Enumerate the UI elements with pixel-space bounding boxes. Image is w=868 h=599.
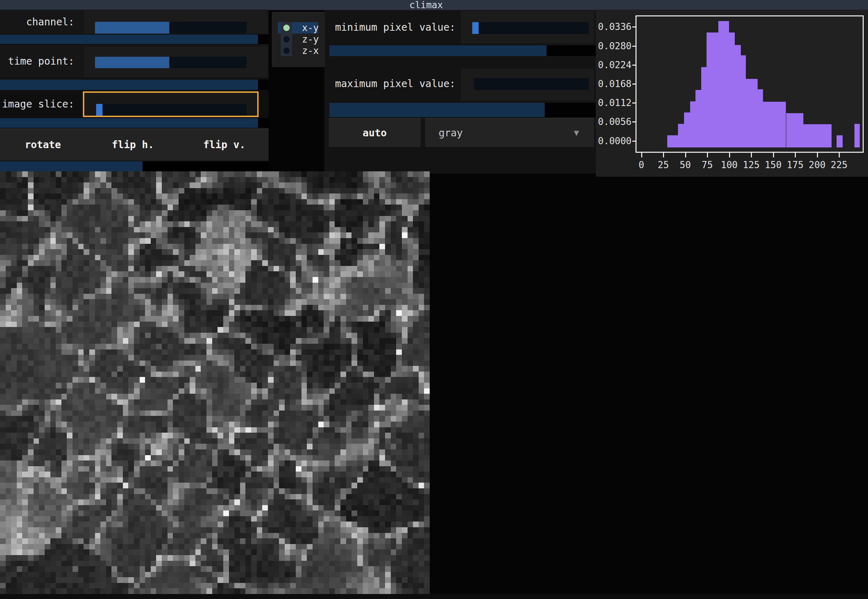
view-option-zx[interactable]: z-x bbox=[272, 45, 325, 56]
y-tick bbox=[632, 121, 636, 122]
y-tick-label: 0.0000 bbox=[596, 135, 631, 146]
colormap-value: gray bbox=[439, 119, 463, 147]
bottom-strip bbox=[0, 594, 868, 599]
image-slice-scroll-strip[interactable] bbox=[0, 118, 258, 128]
transform-buttons-row: rotate flip h. flip v. bbox=[0, 128, 269, 161]
y-tick bbox=[632, 26, 636, 27]
radio-unselected-icon[interactable] bbox=[283, 36, 290, 42]
view-option-xy-label: x-y bbox=[301, 22, 320, 33]
flip-vertical-button[interactable]: flip v. bbox=[196, 129, 253, 161]
time-point-row: time point: bbox=[0, 45, 269, 78]
title-bar: climax bbox=[0, 0, 868, 10]
colormap-dropdown[interactable]: gray ▼ bbox=[425, 118, 594, 147]
y-tick-label: 0.0168 bbox=[596, 78, 631, 89]
app-window: climax channel: time point: image slice: bbox=[0, 0, 868, 599]
bottom-scroll-strip[interactable] bbox=[0, 161, 142, 172]
channel-slider-fill bbox=[95, 22, 169, 33]
max-pixel-scroll-end bbox=[545, 103, 596, 117]
view-selector: x-y z-y z-x bbox=[272, 12, 325, 67]
view-option-xy[interactable]: x-y bbox=[272, 22, 325, 33]
histogram-bar bbox=[758, 89, 763, 147]
view-option-zy[interactable]: z-y bbox=[272, 33, 325, 45]
time-point-scroll-end bbox=[258, 80, 269, 90]
radio-unselected-icon[interactable] bbox=[283, 48, 290, 54]
histogram-bar bbox=[684, 113, 690, 147]
histogram-bar bbox=[690, 101, 696, 147]
window-title: climax bbox=[409, 0, 443, 10]
rotate-button[interactable]: rotate bbox=[14, 129, 71, 161]
x-tick bbox=[685, 153, 686, 157]
histogram-panel: 02550751001251501752002250.00000.00560.0… bbox=[596, 10, 868, 177]
microscopy-image[interactable] bbox=[0, 172, 430, 594]
histogram-bar bbox=[729, 33, 735, 147]
channel-label: channel: bbox=[0, 10, 78, 34]
histogram-bar bbox=[735, 45, 741, 147]
y-tick-label: 0.0224 bbox=[596, 60, 631, 70]
max-pixel-value-label: maximum pixel value: bbox=[335, 77, 456, 91]
x-tick bbox=[729, 153, 730, 157]
histogram-bar bbox=[746, 79, 758, 147]
image-slice-scroll-end bbox=[258, 118, 269, 128]
image-slice-focus-box bbox=[83, 91, 259, 117]
channel-row: channel: bbox=[0, 10, 269, 34]
channel-slider[interactable] bbox=[95, 22, 246, 33]
x-tick-label: 225 bbox=[825, 160, 853, 170]
histogram-bar bbox=[667, 135, 678, 147]
y-tick-label: 0.0112 bbox=[596, 98, 631, 108]
histogram-frame bbox=[636, 15, 864, 153]
y-tick-label: 0.0336 bbox=[596, 21, 631, 32]
histogram-bar bbox=[763, 102, 786, 147]
time-point-scroll-strip[interactable] bbox=[0, 80, 258, 90]
y-tick-label: 0.0280 bbox=[596, 41, 631, 51]
chevron-down-icon[interactable]: ▼ bbox=[574, 119, 579, 147]
histogram-bar bbox=[786, 113, 803, 147]
y-tick bbox=[632, 141, 636, 142]
image-slice-slider[interactable] bbox=[96, 104, 246, 116]
y-tick bbox=[632, 84, 636, 84]
y-tick bbox=[632, 102, 636, 104]
y-tick bbox=[632, 46, 636, 47]
x-tick bbox=[707, 153, 708, 157]
bottom-scroll-rest bbox=[142, 161, 269, 172]
view-option-zy-label: z-y bbox=[301, 33, 320, 45]
channel-scroll-end bbox=[258, 35, 269, 44]
min-pixel-scroll-strip[interactable] bbox=[329, 45, 546, 56]
auto-button[interactable]: auto bbox=[329, 118, 421, 147]
x-tick bbox=[817, 153, 818, 157]
x-tick bbox=[663, 153, 664, 157]
time-point-slider[interactable] bbox=[95, 57, 246, 68]
histogram-bar bbox=[741, 55, 746, 147]
time-point-slider-fill bbox=[95, 57, 169, 68]
image-slice-row: image slice: bbox=[0, 90, 269, 118]
min-pixel-slider-thumb[interactable] bbox=[472, 22, 479, 34]
histogram-bar bbox=[678, 124, 684, 147]
x-tick bbox=[751, 153, 752, 157]
histogram-bar bbox=[719, 21, 729, 147]
x-tick bbox=[641, 153, 642, 157]
histogram-bar bbox=[836, 135, 842, 147]
time-point-label: time point: bbox=[0, 45, 78, 78]
y-tick-label: 0.0056 bbox=[596, 116, 631, 127]
histogram-bar bbox=[803, 124, 831, 147]
y-tick bbox=[632, 65, 636, 66]
histogram-bar bbox=[706, 33, 719, 147]
max-pixel-slider[interactable] bbox=[474, 78, 589, 90]
view-option-zx-label: z-x bbox=[301, 45, 320, 56]
x-tick bbox=[839, 153, 840, 157]
max-pixel-scroll-strip[interactable] bbox=[329, 103, 545, 117]
image-slice-slider-thumb[interactable] bbox=[96, 104, 103, 116]
flip-horizontal-button[interactable]: flip h. bbox=[104, 129, 162, 161]
channel-scroll-strip[interactable] bbox=[0, 35, 258, 44]
histogram-bar bbox=[696, 90, 701, 147]
histogram-bar bbox=[854, 124, 860, 147]
min-pixel-scroll-end bbox=[546, 45, 596, 56]
histogram-plot bbox=[637, 17, 863, 152]
x-tick bbox=[773, 153, 774, 157]
x-tick bbox=[795, 153, 796, 157]
image-slice-label: image slice: bbox=[0, 90, 78, 118]
histogram-bar bbox=[701, 67, 707, 147]
min-pixel-value-label: minimum pixel value: bbox=[335, 20, 456, 35]
min-pixel-slider[interactable] bbox=[472, 22, 589, 34]
radio-selected-icon[interactable] bbox=[283, 25, 290, 31]
